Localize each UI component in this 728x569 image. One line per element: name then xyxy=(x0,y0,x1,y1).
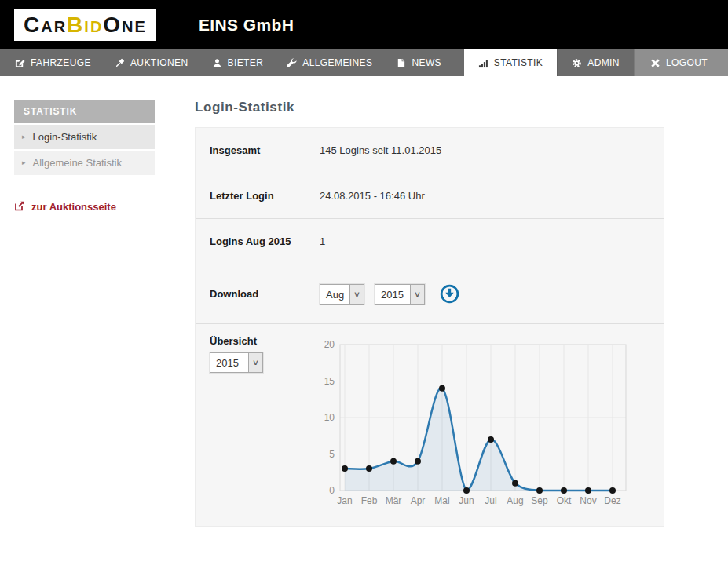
overview-row: Übersicht 2015 ˅ 05101520JanFebMärAprMai… xyxy=(196,324,664,526)
arrow-right-icon: ▸ xyxy=(22,159,26,166)
nav-item-admin[interactable]: ADMIN xyxy=(557,49,634,76)
sidebar-item-label: Login-Statistik xyxy=(33,131,97,143)
overview-year-select[interactable]: 2015 ˅ xyxy=(210,352,263,373)
stat-row-letzter-login: Letzter Login 24.08.2015 - 16:46 Uhr xyxy=(196,173,664,219)
edit-icon xyxy=(15,58,25,68)
logo-text-one: One xyxy=(103,14,147,36)
svg-text:Nov: Nov xyxy=(580,495,596,506)
svg-text:Apr: Apr xyxy=(411,495,426,506)
download-year-select[interactable]: 2015 ˅ xyxy=(375,284,425,305)
auction-site-link[interactable]: zur Auktionsseite xyxy=(14,200,155,213)
main-panel: Login-Statistik Insgesamt 145 Logins sei… xyxy=(195,100,664,527)
sidebar-item-login-statistik[interactable]: ▸ Login-Statistik xyxy=(14,125,155,151)
overview-label: Übersicht xyxy=(210,335,320,347)
svg-text:20: 20 xyxy=(324,339,335,350)
nav-item-fahrzeuge[interactable]: FAHRZEUGE xyxy=(3,49,103,76)
svg-text:Jul: Jul xyxy=(485,495,496,506)
chevron-down-icon: ˅ xyxy=(248,353,262,372)
svg-text:Mär: Mär xyxy=(386,495,402,506)
gear-icon xyxy=(572,58,582,68)
svg-text:5: 5 xyxy=(329,449,335,460)
sidebar: STATISTIK ▸ Login-Statistik ▸ Allgemeine… xyxy=(14,100,155,527)
stat-value: 24.08.2015 - 16:46 Uhr xyxy=(320,190,425,202)
sidebar-item-allgemeine-statistik[interactable]: ▸ Allgemeine Statistik xyxy=(14,151,155,177)
nav-label: STATISTIK xyxy=(494,57,543,68)
nav-label: ADMIN xyxy=(587,57,620,68)
close-icon xyxy=(650,58,660,68)
app-header: CarBidOne EINS GmbH xyxy=(0,0,728,49)
nav-item-allgemeines[interactable]: ALLGEMEINES xyxy=(275,49,384,76)
nav-label: FAHRZEUGE xyxy=(31,57,91,68)
download-row: Download Aug ˅ 2015 ˅ xyxy=(196,264,664,324)
selected-month: Aug xyxy=(320,285,349,304)
sidebar-item-label: Allgemeine Statistik xyxy=(33,157,122,169)
person-icon xyxy=(212,58,222,68)
nav-label: ALLGEMEINES xyxy=(302,57,372,68)
svg-text:Dez: Dez xyxy=(604,495,620,506)
download-label: Download xyxy=(210,288,320,300)
company-name: EINS GmbH xyxy=(199,16,294,35)
document-icon xyxy=(396,58,406,68)
nav-label: LOGOUT xyxy=(666,57,708,68)
wrench-icon xyxy=(287,58,297,68)
stat-value: 1 xyxy=(320,235,325,247)
stat-label: Letzter Login xyxy=(210,190,320,202)
nav-item-news[interactable]: NEWS xyxy=(384,49,453,76)
external-link-icon xyxy=(14,200,25,213)
selected-year: 2015 xyxy=(375,285,409,304)
svg-text:Jan: Jan xyxy=(337,495,352,506)
svg-text:Sep: Sep xyxy=(531,495,548,506)
stat-value: 145 Logins seit 11.01.2015 xyxy=(320,144,441,156)
login-chart: 05101520JanFebMärAprMaiJunJulAugSepOktNo… xyxy=(320,338,670,516)
chevron-down-icon: ˅ xyxy=(349,285,364,304)
svg-text:0: 0 xyxy=(329,485,335,496)
download-icon xyxy=(439,283,460,305)
svg-text:Aug: Aug xyxy=(507,495,523,506)
gavel-icon xyxy=(115,58,125,68)
bar-chart-icon xyxy=(478,58,488,68)
svg-text:Feb: Feb xyxy=(361,495,378,506)
nav-item-bieter[interactable]: BIETER xyxy=(200,49,276,76)
svg-text:Jun: Jun xyxy=(459,495,474,506)
nav-item-auktionen[interactable]: AUKTIONEN xyxy=(103,49,200,76)
nav-item-logout[interactable]: LOGOUT xyxy=(634,49,728,76)
page-title: Login-Statistik xyxy=(195,100,664,115)
svg-text:10: 10 xyxy=(324,412,335,423)
selected-year: 2015 xyxy=(210,353,244,372)
svg-text:15: 15 xyxy=(324,376,335,387)
arrow-right-icon: ▸ xyxy=(22,133,26,140)
download-month-select[interactable]: Aug ˅ xyxy=(320,284,364,305)
nav-item-statistik[interactable]: STATISTIK xyxy=(464,49,558,76)
stat-label: Insgesamt xyxy=(210,144,320,156)
svg-text:Okt: Okt xyxy=(557,495,572,506)
logo-text-car: Car xyxy=(24,14,67,36)
sidebar-title: STATISTIK xyxy=(14,100,155,123)
svg-text:Mai: Mai xyxy=(434,495,449,506)
nav-label: AUKTIONEN xyxy=(130,57,188,68)
overview-controls: Übersicht 2015 ˅ xyxy=(210,335,320,516)
carbidone-logo[interactable]: CarBidOne xyxy=(14,9,156,41)
nav-label: BIETER xyxy=(228,57,264,68)
content-area: STATISTIK ▸ Login-Statistik ▸ Allgemeine… xyxy=(0,76,728,527)
auction-site-link-label: zur Auktionsseite xyxy=(31,201,116,213)
chevron-down-icon: ˅ xyxy=(410,285,424,304)
stat-row-insgesamt: Insgesamt 145 Logins seit 11.01.2015 xyxy=(196,128,664,173)
download-button[interactable] xyxy=(439,283,460,305)
statistics-card: Insgesamt 145 Logins seit 11.01.2015 Let… xyxy=(195,127,664,527)
nav-label: NEWS xyxy=(412,57,441,68)
stat-label: Logins Aug 2015 xyxy=(210,235,320,247)
main-nav: FAHRZEUGE AUKTIONEN BIETER ALLGEMEINES N… xyxy=(0,49,728,76)
stat-row-logins-monat: Logins Aug 2015 1 xyxy=(196,219,664,264)
logo-text-bid: Bid xyxy=(67,14,103,36)
